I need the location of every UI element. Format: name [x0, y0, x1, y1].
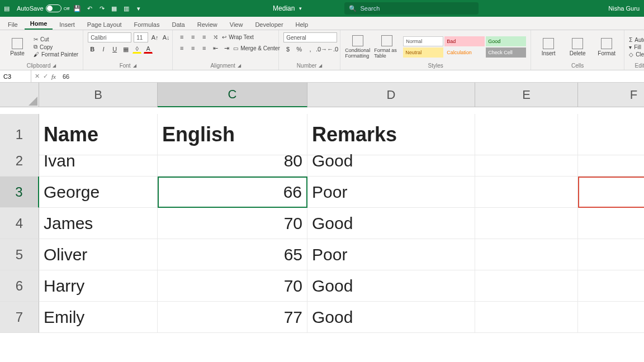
row-header-7[interactable]: 7 — [0, 302, 39, 333]
underline-button[interactable]: U — [110, 45, 119, 54]
cancel-icon[interactable]: ✕ — [35, 73, 40, 80]
align-left-icon[interactable]: ≡ — [177, 44, 186, 53]
wrap-text-button[interactable]: ↩Wrap Text — [222, 34, 254, 40]
autosave-toggle[interactable]: AutoSave Off — [17, 4, 69, 12]
document-name[interactable]: Median — [273, 4, 295, 12]
cell-D5[interactable]: Poor — [307, 239, 475, 270]
style-good[interactable]: Good — [486, 36, 526, 46]
qat-icon[interactable]: ▥ — [122, 4, 131, 13]
worksheet-grid[interactable]: B C D E F 1 Name English Remarks 2 Ivan … — [0, 83, 644, 333]
row-header-5[interactable]: 5 — [0, 239, 39, 270]
align-bottom-icon[interactable]: ≡ — [200, 32, 209, 41]
cell-D2[interactable]: Good — [307, 145, 475, 177]
dialog-launcher-icon[interactable]: ◢ — [319, 63, 322, 68]
autosum-button[interactable]: ΣAutoSum — [629, 37, 644, 43]
tab-page-layout[interactable]: Page Layout — [82, 19, 127, 30]
cell-E7[interactable] — [475, 302, 578, 333]
paste-button[interactable]: Paste — [4, 38, 30, 56]
style-normal[interactable]: Normal — [403, 36, 443, 46]
align-center-icon[interactable]: ≡ — [188, 44, 197, 53]
fx-icon[interactable]: fx — [51, 73, 56, 80]
align-right-icon[interactable]: ≡ — [200, 44, 209, 53]
cell-B2[interactable]: Ivan — [39, 145, 158, 177]
currency-icon[interactable]: $ — [283, 45, 292, 54]
cell-B4[interactable]: James — [39, 208, 158, 239]
style-bad[interactable]: Bad — [444, 36, 485, 46]
format-cells-button[interactable]: Format — [594, 38, 619, 56]
cell-E6[interactable] — [475, 270, 578, 302]
cell-F3[interactable]: 66 — [578, 177, 644, 208]
tab-review[interactable]: Review — [192, 19, 223, 30]
tab-home[interactable]: Home — [25, 18, 53, 30]
merge-center-button[interactable]: ▭Merge & Center — [233, 45, 280, 51]
delete-cells-button[interactable]: Delete — [565, 38, 590, 56]
dialog-launcher-icon[interactable]: ◢ — [238, 63, 241, 68]
comma-icon[interactable]: , — [306, 45, 315, 54]
align-top-icon[interactable]: ≡ — [177, 32, 186, 41]
formula-input[interactable]: 66 — [59, 73, 644, 80]
enter-icon[interactable]: ✓ — [43, 73, 48, 80]
dialog-launcher-icon[interactable]: ◢ — [53, 63, 56, 68]
align-middle-icon[interactable]: ≡ — [188, 32, 197, 41]
col-header-B[interactable]: B — [39, 83, 158, 107]
row-header-4[interactable]: 4 — [0, 208, 39, 239]
cell-B3[interactable]: George — [39, 177, 158, 208]
cell-E5[interactable] — [475, 239, 578, 270]
tab-data[interactable]: Data — [166, 19, 190, 30]
insert-cells-button[interactable]: Insert — [536, 38, 561, 56]
dialog-launcher-icon[interactable]: ◢ — [133, 63, 136, 68]
cell-E3[interactable] — [475, 177, 578, 208]
save-icon[interactable]: 💾 — [73, 4, 82, 13]
qat-icon[interactable]: ▾ — [134, 4, 143, 13]
cell-F7[interactable]: 77 — [578, 302, 644, 333]
cell-F5[interactable]: 65 — [578, 239, 644, 270]
col-header-E[interactable]: E — [475, 83, 578, 107]
cell-F2[interactable]: 80 — [578, 145, 644, 177]
col-header-F[interactable]: F — [578, 83, 644, 107]
cell-C2[interactable]: 80 — [158, 145, 307, 177]
decrease-decimal-icon[interactable]: ←.0 — [328, 45, 337, 54]
redo-icon[interactable]: ↷ — [97, 4, 106, 13]
percent-icon[interactable]: % — [295, 45, 304, 54]
style-calculation[interactable]: Calculation — [444, 47, 485, 58]
cell-styles-gallery[interactable]: Normal Bad Good Neutral Calculation Chec… — [403, 36, 526, 58]
tab-help[interactable]: Help — [290, 19, 314, 30]
qat-icon[interactable]: ▦ — [110, 4, 119, 13]
tab-file[interactable]: File — [2, 19, 23, 30]
increase-decimal-icon[interactable]: .0→ — [317, 45, 326, 54]
tab-view[interactable]: View — [224, 19, 249, 30]
conditional-formatting-button[interactable]: Conditional Formatting — [345, 35, 371, 59]
cell-C5[interactable]: 65 — [158, 239, 307, 270]
indent-dec-icon[interactable]: ⇤ — [211, 44, 220, 53]
fill-button[interactable]: ▾Fill — [629, 44, 644, 50]
style-neutral[interactable]: Neutral — [403, 47, 443, 58]
row-header-2[interactable]: 2 — [0, 145, 39, 177]
indent-inc-icon[interactable]: ⇥ — [222, 44, 231, 53]
copy-button[interactable]: ⧉Copy — [34, 44, 78, 50]
cell-F6[interactable]: 70 — [578, 270, 644, 302]
font-size-combo[interactable]: 11 — [134, 32, 148, 42]
tab-insert[interactable]: Insert — [54, 19, 80, 30]
tab-developer[interactable]: Developer — [249, 19, 288, 30]
col-header-D[interactable]: D — [307, 83, 475, 107]
col-header-C[interactable]: C — [158, 83, 307, 107]
cell-B6[interactable]: Harry — [39, 270, 158, 302]
orientation-icon[interactable]: ⤭ — [211, 32, 220, 41]
select-all-corner[interactable] — [0, 83, 39, 107]
cell-D3[interactable]: Poor — [307, 177, 475, 208]
cell-C7[interactable]: 77 — [158, 302, 307, 333]
format-as-table-button[interactable]: Format as Table — [374, 35, 400, 59]
row-header-3[interactable]: 3 — [0, 177, 39, 208]
chevron-down-icon[interactable]: ▾ — [299, 6, 302, 11]
fill-color-button[interactable]: ◊ — [132, 45, 141, 54]
cell-C4[interactable]: 70 — [158, 208, 307, 239]
style-check-cell[interactable]: Check Cell — [486, 47, 526, 58]
cell-D6[interactable]: Good — [307, 270, 475, 302]
border-button[interactable]: ▦ — [121, 45, 130, 54]
italic-button[interactable]: I — [99, 45, 108, 54]
bold-button[interactable]: B — [88, 45, 97, 54]
undo-icon[interactable]: ↶ — [85, 4, 94, 13]
increase-font-icon[interactable]: A↑ — [150, 33, 159, 42]
cell-C6[interactable]: 70 — [158, 270, 307, 302]
cell-C3[interactable]: 66 — [158, 177, 307, 208]
